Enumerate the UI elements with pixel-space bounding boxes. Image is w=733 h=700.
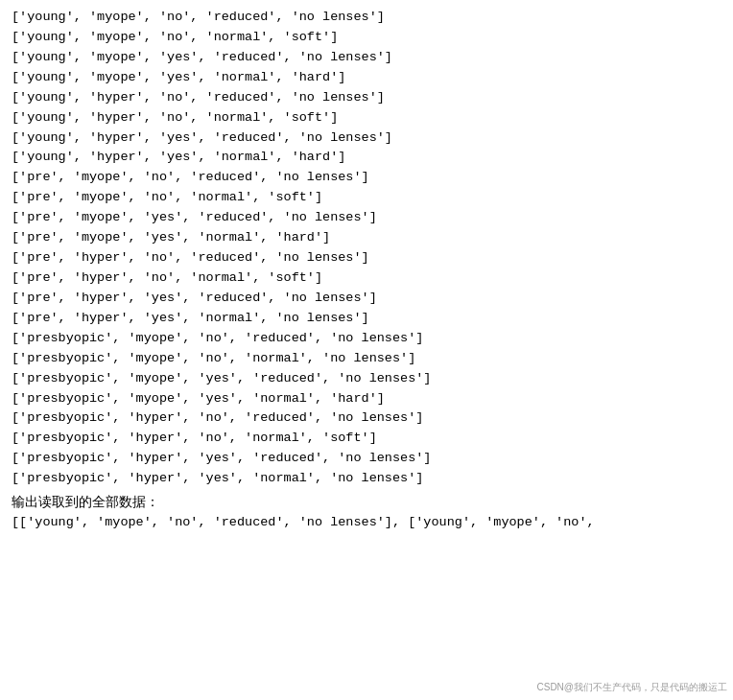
list-item: ['pre', 'hyper', 'no', 'reduced', 'no le… xyxy=(12,248,721,268)
list-item: ['pre', 'hyper', 'yes', 'reduced', 'no l… xyxy=(12,289,721,309)
code-lines: ['young', 'myope', 'no', 'reduced', 'no … xyxy=(12,8,721,489)
list-item: ['presbyopic', 'hyper', 'no', 'reduced',… xyxy=(12,408,721,429)
list-item: ['young', 'hyper', 'no', 'normal', 'soft… xyxy=(12,108,721,128)
list-item: ['young', 'hyper', 'no', 'reduced', 'no … xyxy=(12,88,721,108)
last-line: [['young', 'myope', 'no', 'reduced', 'no… xyxy=(12,513,721,533)
list-item: ['presbyopic', 'hyper', 'yes', 'normal',… xyxy=(12,469,721,489)
list-item: ['pre', 'myope', 'yes', 'reduced', 'no l… xyxy=(12,208,721,228)
list-item: ['pre', 'hyper', 'no', 'normal', 'soft'] xyxy=(12,268,721,289)
list-item: ['young', 'hyper', 'yes', 'reduced', 'no… xyxy=(12,128,721,149)
list-item: ['young', 'myope', 'no', 'normal', 'soft… xyxy=(12,28,721,48)
list-item: ['pre', 'myope', 'no', 'normal', 'soft'] xyxy=(12,188,721,208)
list-item: ['presbyopic', 'myope', 'no', 'normal', … xyxy=(12,349,721,369)
list-item: ['pre', 'myope', 'no', 'reduced', 'no le… xyxy=(12,168,721,188)
watermark: CSDN@我们不生产代码，只是代码的搬运工 xyxy=(537,681,728,694)
list-item: ['young', 'myope', 'yes', 'normal', 'har… xyxy=(12,68,721,88)
list-item: ['presbyopic', 'hyper', 'yes', 'reduced'… xyxy=(12,449,721,469)
section-label: 输出读取到的全部数据： xyxy=(12,493,721,513)
list-item: ['young', 'myope', 'yes', 'reduced', 'no… xyxy=(12,48,721,68)
list-item: ['presbyopic', 'myope', 'no', 'reduced',… xyxy=(12,329,721,349)
list-item: ['presbyopic', 'myope', 'yes', 'normal',… xyxy=(12,389,721,409)
list-item: ['pre', 'hyper', 'yes', 'normal', 'no le… xyxy=(12,309,721,329)
list-item: ['presbyopic', 'myope', 'yes', 'reduced'… xyxy=(12,369,721,389)
list-item: ['young', 'myope', 'no', 'reduced', 'no … xyxy=(12,8,721,28)
list-item: ['young', 'hyper', 'yes', 'normal', 'har… xyxy=(12,148,721,168)
list-item: ['pre', 'myope', 'yes', 'normal', 'hard'… xyxy=(12,228,721,248)
main-content: ['young', 'myope', 'no', 'reduced', 'no … xyxy=(0,0,733,541)
list-item: ['presbyopic', 'hyper', 'no', 'normal', … xyxy=(12,429,721,449)
